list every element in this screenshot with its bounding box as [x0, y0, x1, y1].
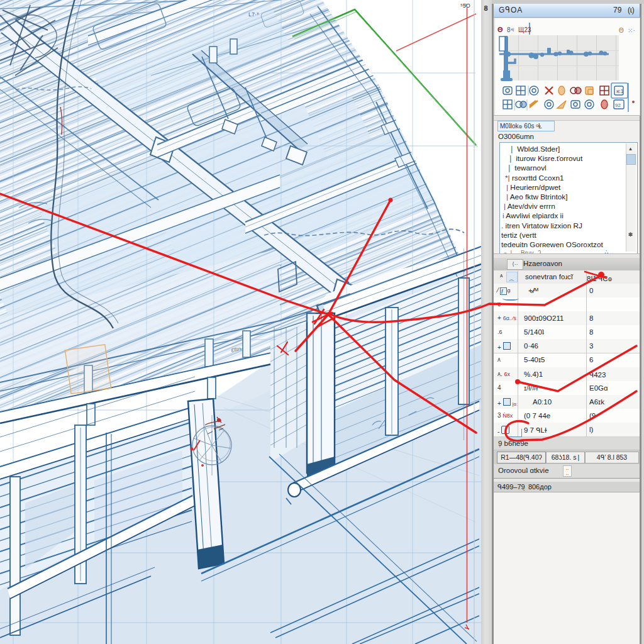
svg-text:⁵5ͦO: ⁵5ͦO	[460, 3, 470, 9]
